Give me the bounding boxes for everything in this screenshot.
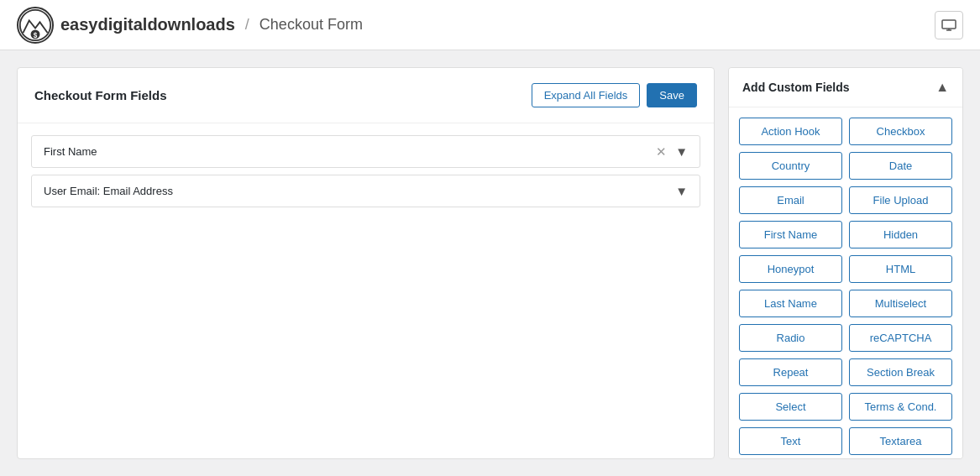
logo-text: easydigitaldownloads [60,15,235,34]
custom-field-button-action-hook[interactable]: Action Hook [739,118,842,145]
field-expand-button[interactable]: ▼ [675,184,688,198]
collapse-icon[interactable]: ▲ [935,80,949,95]
panel-actions: Expand All Fields Save [532,83,697,107]
main-layout: Checkout Form Fields Expand All Fields S… [0,50,980,476]
custom-field-button-checkbox[interactable]: Checkbox [849,118,952,145]
field-controls: ▼ [675,184,688,198]
save-button[interactable]: Save [647,83,697,107]
custom-field-button-repeat[interactable]: Repeat [739,358,842,386]
svg-text:$: $ [34,31,38,39]
expand-all-button[interactable]: Expand All Fields [532,83,641,107]
custom-field-button-email[interactable]: Email [739,186,842,214]
custom-field-button-file-upload[interactable]: File Upload [849,186,952,214]
monitor-icon [941,19,956,31]
breadcrumb-separator: / [245,16,249,34]
custom-field-button-terms---cond-[interactable]: Terms & Cond. [849,393,952,421]
custom-field-button-date[interactable]: Date [849,152,952,180]
custom-field-button-country[interactable]: Country [739,152,842,180]
custom-field-button-first-name[interactable]: First Name [739,221,842,248]
logo-icon: $ [17,7,54,44]
custom-field-button-select[interactable]: Select [739,393,842,421]
field-expand-button[interactable]: ▼ [675,144,688,159]
right-panel-header: Add Custom Fields ▲ [729,68,962,107]
custom-field-button-section-break[interactable]: Section Break [849,358,952,386]
left-panel: Checkout Form Fields Expand All Fields S… [17,67,715,459]
custom-field-button-honeypot[interactable]: Honeypot [739,255,842,283]
field-controls: ✕▼ [656,144,688,159]
custom-field-button-text[interactable]: Text [739,427,842,455]
field-row: First Name✕▼ [31,135,700,168]
field-row: User Email: Email Address▼ [31,175,700,207]
logo-text-light: easy [60,15,98,34]
custom-field-button-hidden[interactable]: Hidden [849,221,952,248]
custom-field-button-multiselect[interactable]: Multiselect [849,290,952,317]
custom-field-button-radio[interactable]: Radio [739,324,842,352]
fields-list: First Name✕▼User Email: Email Address▼ [18,123,714,219]
panel-header: Checkout Form Fields Expand All Fields S… [18,68,714,123]
logo: $ easydigitaldownloads / Checkout Form [17,7,363,44]
field-label: First Name [44,145,97,158]
custom-field-button-last-name[interactable]: Last Name [739,290,842,317]
custom-fields-grid: Action HookCheckboxCountryDateEmailFile … [729,107,962,459]
custom-field-button-textarea[interactable]: Textarea [849,427,952,455]
field-label: User Email: Email Address [44,185,173,197]
custom-field-button-html[interactable]: HTML [849,255,952,283]
right-panel: Add Custom Fields ▲ Action HookCheckboxC… [728,67,963,459]
header-left: $ easydigitaldownloads / Checkout Form [17,7,363,44]
custom-field-button-recaptcha[interactable]: reCAPTCHA [849,324,952,352]
preview-button[interactable] [935,11,963,39]
logo-text-bold: digitaldownloads [98,15,235,34]
svg-rect-3 [942,20,956,29]
panel-title: Checkout Form Fields [34,88,167,102]
breadcrumb-page: Checkout Form [259,16,363,34]
header: $ easydigitaldownloads / Checkout Form [0,0,980,50]
right-panel-title: Add Custom Fields [742,81,850,94]
field-remove-button[interactable]: ✕ [656,145,667,158]
